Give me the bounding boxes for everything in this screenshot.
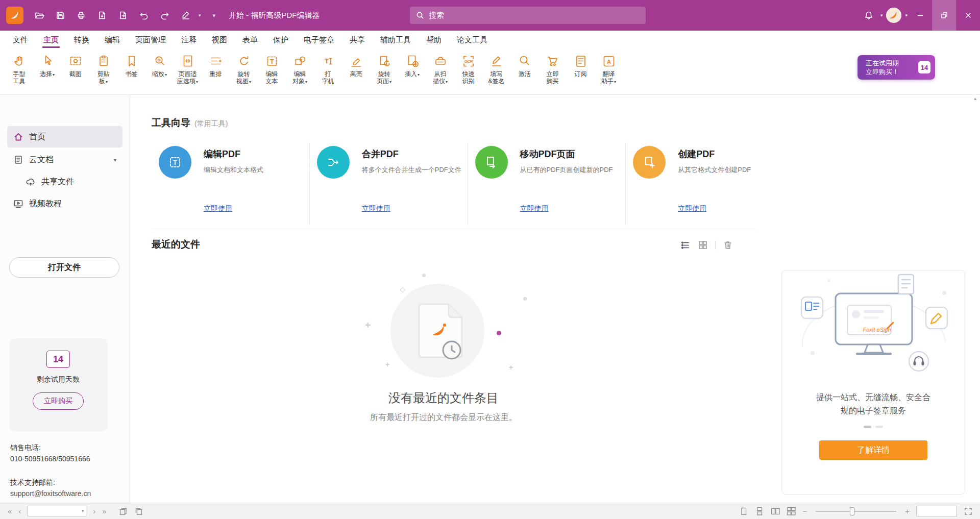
restore-button[interactable] — [932, 0, 956, 31]
save-button[interactable] — [52, 7, 68, 23]
notifications-caret-icon[interactable]: ▾ — [880, 13, 883, 18]
menu-form[interactable]: 表单 — [235, 31, 265, 49]
open-folder-button[interactable] — [31, 7, 47, 23]
ribbon-item-edit-object[interactable]: 编辑 对象▾ — [286, 53, 314, 87]
menu-comment[interactable]: 注释 — [174, 31, 204, 49]
ribbon-item-subscribe[interactable]: 订阅 — [567, 53, 595, 79]
ribbon-item-rotate-view[interactable]: 旋转 视图▾ — [230, 53, 258, 87]
ribbon-item-rotate-pages[interactable]: 旋转 页面▾ — [370, 53, 398, 87]
ribbon-item-hand-tool[interactable]: 手型 工具 — [5, 53, 33, 86]
carousel-dot-active[interactable] — [864, 426, 871, 428]
esign-button[interactable] — [178, 7, 194, 23]
print-button[interactable] — [73, 7, 89, 23]
ribbon-item-ocr[interactable]: OCR 快速 识别 — [454, 53, 482, 86]
undo-button[interactable] — [136, 7, 152, 23]
facing-continuous-view-icon[interactable] — [787, 507, 796, 516]
menu-share[interactable]: 共享 — [342, 31, 373, 49]
buy-now-button[interactable]: 立即购买 — [33, 392, 84, 410]
sidebar-item-home[interactable]: 首页 — [7, 126, 122, 147]
menu-file[interactable]: 文件 — [5, 31, 36, 49]
page-number-input[interactable] — [28, 508, 82, 515]
zoom-slider-thumb[interactable] — [850, 507, 854, 515]
ribbon-label: 编辑 对象 — [292, 70, 306, 85]
zoom-slider[interactable] — [816, 511, 896, 512]
ribbon-item-highlight[interactable]: 高亮 — [342, 53, 370, 79]
single-page-view-icon[interactable] — [739, 507, 748, 516]
ribbon-item-insert[interactable]: 插入▾ — [398, 53, 426, 80]
use-now-link[interactable]: 立即使用 — [520, 204, 549, 213]
next-page-button[interactable]: › — [93, 507, 95, 515]
minimize-button[interactable] — [908, 0, 932, 31]
account-caret-icon[interactable]: ▾ — [905, 13, 908, 18]
quick-access-customize-caret[interactable]: ▾ — [213, 13, 216, 18]
support-email-address[interactable]: support@foxitsoftware.cn — [10, 488, 91, 499]
redo-button[interactable] — [157, 7, 173, 23]
ribbon-item-from-scanner[interactable]: 从扫 描仪▾ — [426, 53, 454, 87]
tool-card-title: 合并PDF — [362, 148, 399, 160]
ribbon-item-fill-sign[interactable]: 填写 &签名 — [482, 53, 510, 86]
previous-view-icon[interactable] — [118, 507, 128, 516]
continuous-view-icon[interactable] — [755, 507, 764, 516]
menu-view[interactable]: 视图 — [204, 31, 235, 49]
facing-view-icon[interactable] — [771, 507, 780, 516]
trial-banner[interactable]: 正在试用期 立即购买！ 14 — [857, 55, 935, 80]
convert-doc-button[interactable] — [115, 7, 131, 23]
foxit-logo[interactable] — [6, 7, 23, 24]
expand-caret-icon[interactable]: ▾ — [114, 157, 116, 163]
use-now-link[interactable]: 立即使用 — [362, 204, 390, 213]
ribbon-item-zoom[interactable]: 缩放▾ — [145, 53, 174, 80]
page-number-box[interactable]: ▾ — [28, 506, 86, 516]
menu-help[interactable]: 帮助 — [419, 31, 449, 49]
close-button[interactable] — [956, 0, 980, 31]
scroll-up-icon[interactable]: ▴ — [974, 95, 976, 101]
menu-protect[interactable]: 保护 — [265, 31, 296, 49]
ribbon-item-translate-assistant[interactable]: A 翻译 助手▾ — [595, 53, 623, 87]
main-content: ▴ 工具向导 (常用工具) T 编辑PDF 编辑文档和文本格式 立即使用 合并P… — [130, 95, 980, 503]
zoom-in-button[interactable]: + — [905, 507, 910, 515]
zoom-level-input[interactable] — [917, 507, 957, 516]
last-page-button[interactable]: » — [102, 507, 106, 515]
menu-convert[interactable]: 转换 — [66, 31, 97, 49]
svg-text:T: T — [173, 159, 177, 166]
user-avatar[interactable] — [886, 8, 901, 23]
global-search-box[interactable]: 搜索 — [410, 7, 646, 24]
menu-page-management[interactable]: 页面管理 — [128, 31, 174, 49]
esign-caret-icon[interactable]: ▾ — [199, 13, 201, 18]
use-now-link[interactable]: 立即使用 — [204, 204, 232, 213]
ribbon-item-snapshot[interactable]: 截图 — [61, 53, 89, 79]
ribbon-item-fit-page-options[interactable]: 页面适 应选项▾ — [174, 53, 202, 87]
ribbon-item-bookmark[interactable]: 书签 — [117, 53, 145, 79]
ribbon-item-select[interactable]: 选择▾ — [33, 53, 61, 80]
zoom-level-box[interactable] — [916, 506, 957, 516]
use-now-link[interactable]: 立即使用 — [678, 204, 706, 213]
previous-page-button[interactable]: ‹ — [18, 507, 21, 515]
page-box-caret-icon[interactable]: ▾ — [82, 509, 86, 513]
sidebar-item-shared-files[interactable]: 共享文件 — [19, 172, 122, 191]
menu-home[interactable]: 主页 — [36, 31, 66, 49]
notifications-button[interactable] — [861, 7, 877, 23]
first-page-button[interactable]: « — [8, 507, 12, 515]
menu-edit[interactable]: 编辑 — [97, 31, 128, 49]
export-pdf-button[interactable] — [94, 7, 110, 23]
menu-paper-tools[interactable]: 论文工具 — [449, 31, 495, 49]
menu-accessibility[interactable]: 辅助工具 — [373, 31, 419, 49]
ribbon-item-typewriter[interactable]: T 打 字机 — [314, 53, 342, 86]
next-view-icon[interactable] — [134, 507, 143, 516]
tools-title: 工具向导 — [152, 116, 190, 130]
ribbon-item-clipboard[interactable]: 剪贴 板▾ — [89, 53, 117, 87]
fit-window-icon[interactable] — [964, 507, 973, 516]
learn-more-button[interactable]: 了解详情 — [819, 440, 927, 460]
ribbon-item-buy-now[interactable]: 立即 购买 — [538, 53, 567, 86]
grid-view-icon[interactable] — [698, 240, 708, 250]
list-view-icon[interactable] — [680, 240, 691, 250]
zoom-out-button[interactable]: − — [802, 507, 807, 515]
ribbon-item-activate[interactable]: 激活 — [510, 53, 538, 79]
trash-icon[interactable] — [723, 240, 733, 250]
sidebar-item-cloud-docs[interactable]: 云文档 ▾ — [7, 149, 122, 170]
menu-esign[interactable]: 电子签章 — [296, 31, 342, 49]
carousel-dot[interactable] — [875, 426, 883, 428]
ribbon-item-reflow[interactable]: 重排 — [202, 53, 230, 79]
sidebar-item-video-tutorials[interactable]: 视频教程 — [7, 193, 122, 214]
ribbon-item-edit-text[interactable]: T 编辑 文本 — [258, 53, 286, 86]
open-file-button[interactable]: 打开文件 — [9, 257, 119, 278]
